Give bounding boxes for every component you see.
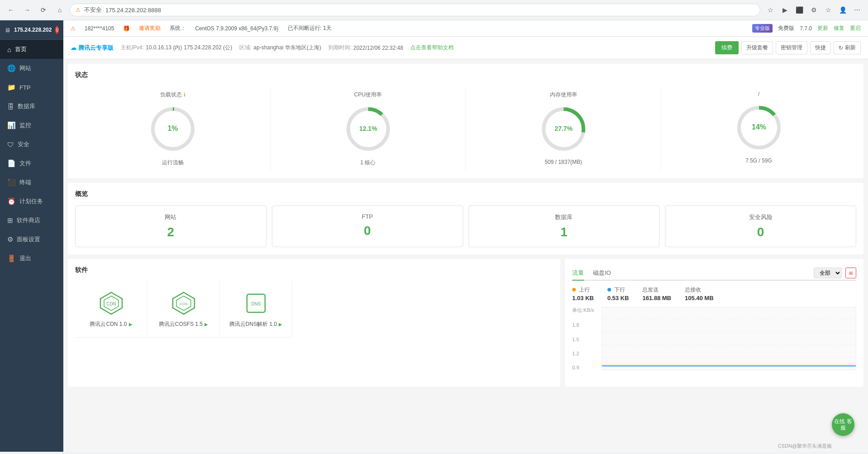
memory-gauge-svg: 27.7% bbox=[539, 104, 588, 155]
address-text: 175.24.228.202:8888 bbox=[105, 7, 161, 14]
sidebar-home-label: 首页 bbox=[15, 45, 27, 53]
overview-ftp-card[interactable]: FTP 0 bbox=[272, 205, 463, 247]
account-button[interactable]: 👤 bbox=[836, 4, 849, 16]
sidebar-item-terminal[interactable]: ⬛ 终端 bbox=[0, 173, 63, 192]
sidebar-item-security[interactable]: 🛡 安全 bbox=[0, 135, 63, 154]
profile-button[interactable]: ⚙ bbox=[807, 4, 820, 16]
cosfs-arrow: ▶ bbox=[204, 322, 208, 327]
sidebar-item-file[interactable]: 📄 文件 bbox=[0, 154, 63, 173]
load-gauge: 负载状态 ℹ 1% 运行流畅 bbox=[75, 86, 270, 171]
load-gauge-svg: 1% bbox=[148, 104, 198, 155]
extension-button[interactable]: ⬛ bbox=[793, 4, 806, 16]
brand-name: 腾讯云专享版 bbox=[78, 44, 114, 52]
expiry-label: 到期时间: bbox=[328, 44, 351, 52]
software-item-cosfs[interactable]: COS 腾讯云COSFS 1.5 ▶ bbox=[147, 282, 220, 338]
sidebar-database-label: 数据库 bbox=[18, 102, 35, 110]
cpu-sub: 1 核心 bbox=[360, 159, 375, 167]
total-send-label: 总发送 bbox=[642, 287, 659, 293]
download-label-row: 下行 bbox=[607, 286, 629, 294]
terminal-icon: ⬛ bbox=[7, 178, 16, 186]
server-info-bar: ☁ 腾讯云专享版 主机IPv4: 10.0.16.13 (内) 175.24.2… bbox=[63, 37, 868, 59]
monitor-icon: 📊 bbox=[7, 121, 16, 129]
back-button[interactable]: ← bbox=[5, 4, 17, 16]
warning-icon: ⚠ bbox=[71, 25, 76, 32]
sidebar-item-cron[interactable]: ⏰ 计划任务 bbox=[0, 192, 63, 211]
watermark: CSDN@聚华尽头满是殇 bbox=[778, 443, 832, 449]
key-management-button[interactable]: 密钥管理 bbox=[776, 41, 807, 54]
home-button[interactable]: ⌂ bbox=[53, 4, 66, 16]
chart-tab-traffic[interactable]: 流量 bbox=[572, 266, 584, 281]
chart-tabs: 流量 磁盘IO 全部 ⊞ bbox=[572, 266, 856, 281]
sidebar-item-logout[interactable]: 🚪 退出 bbox=[0, 249, 63, 268]
renew-button[interactable]: 续费 bbox=[715, 41, 739, 54]
star-button[interactable]: ☆ bbox=[764, 4, 777, 16]
sidebar-item-home[interactable]: ⌂ 首页 bbox=[0, 40, 63, 59]
refresh-icon: ↻ bbox=[839, 45, 843, 51]
upload-label: 上行 bbox=[579, 287, 590, 293]
online-service-button[interactable]: 在线 客服 bbox=[832, 413, 854, 436]
sidebar-monitor-icon: 🖥 bbox=[5, 27, 10, 33]
cdn-label: 腾讯云CDN 1.0 bbox=[90, 320, 127, 328]
menu-button[interactable]: ⋯ bbox=[851, 4, 863, 16]
quick-button[interactable]: 快捷 bbox=[810, 41, 831, 54]
bookmark-button[interactable]: ☆ bbox=[822, 4, 835, 16]
overview-section: 概览 网站 2 FTP 0 数据库 1 安全风险 0 bbox=[68, 183, 863, 254]
overview-ftp-value: 0 bbox=[280, 224, 455, 238]
overview-website-card[interactable]: 网站 2 bbox=[75, 205, 266, 247]
svg-text:CDN: CDN bbox=[106, 301, 116, 306]
address-bar[interactable]: ⚠ 不安全 175.24.228.202:8888 bbox=[70, 4, 760, 16]
dns-arrow: ▶ bbox=[279, 322, 282, 327]
overview-section-title: 概览 bbox=[75, 190, 856, 198]
help-link[interactable]: 点击查看帮助文档 bbox=[410, 44, 454, 52]
overview-security-card[interactable]: 安全风险 0 bbox=[665, 205, 856, 247]
download-value: 0.53 KB bbox=[607, 295, 629, 301]
cpu-gauge-svg: 12.1% bbox=[343, 104, 393, 155]
forward-button[interactable]: → bbox=[21, 4, 33, 16]
disk-label-text: / bbox=[758, 91, 759, 97]
memory-label-text: 内存使用率 bbox=[550, 91, 577, 99]
software-item-cdn[interactable]: CDN 腾讯云CDN 1.0 ▶ bbox=[75, 282, 147, 338]
cpu-gauge: CPU使用率 12.1% 1 核心 bbox=[270, 86, 466, 171]
status-section-title: 状态 bbox=[75, 71, 856, 79]
load-sub: 运行流畅 bbox=[162, 159, 184, 167]
appstore-icon: ⊞ bbox=[7, 216, 13, 225]
internal-ip: 10.0.16.13 (内) bbox=[146, 44, 182, 52]
download-label: 下行 bbox=[614, 287, 625, 293]
logout-icon: 🚪 bbox=[7, 254, 16, 263]
pro-badge: 专业版 bbox=[752, 24, 773, 33]
disk-sub: 7.5G / 59G bbox=[745, 158, 772, 164]
sidebar-item-ftp[interactable]: 📁 FTP bbox=[0, 78, 63, 97]
sidebar-item-database[interactable]: 🗄 数据库 bbox=[0, 97, 63, 116]
download-dot bbox=[607, 288, 611, 292]
version-label: 7.7.0 bbox=[800, 25, 812, 32]
app-layout: 🖥 175.24.228.202 0 ⌂ 首页 🌐 网站 📁 FTP 🗄 数据库… bbox=[0, 20, 868, 452]
sidebar-item-website[interactable]: 🌐 网站 bbox=[0, 59, 63, 78]
software-item-dns[interactable]: DNS 腾讯云DNS解析 1.0 ▶ bbox=[220, 282, 292, 338]
invite-link[interactable]: 邀请奖励 bbox=[139, 24, 161, 32]
browser-actions: ☆ ▶ ⬛ ⚙ ☆ 👤 ⋯ bbox=[764, 4, 863, 16]
cosfs-icon: COS bbox=[171, 291, 196, 316]
chart-expand-button[interactable]: ⊞ bbox=[845, 268, 856, 278]
disk-gauge-svg: 14% bbox=[734, 103, 784, 154]
refresh-button[interactable]: ↻ 刷新 bbox=[834, 41, 861, 54]
play-button[interactable]: ▶ bbox=[778, 4, 791, 16]
repair-link[interactable]: 修复 bbox=[834, 24, 844, 32]
region-value: ap-shanghai 华东地区(上海) bbox=[254, 44, 321, 52]
sidebar-appstore-label: 软件商店 bbox=[17, 216, 40, 225]
chart-scope-select[interactable]: 全部 bbox=[814, 268, 842, 278]
overview-database-card[interactable]: 数据库 1 bbox=[469, 205, 660, 247]
sidebar-item-settings[interactable]: ⚙ 面板设置 bbox=[0, 230, 63, 249]
update-link[interactable]: 更新 bbox=[817, 24, 828, 32]
upgrade-button[interactable]: 升级套餐 bbox=[741, 41, 773, 54]
restart-link[interactable]: 重启 bbox=[850, 24, 861, 32]
browser-chrome: ← → ⟳ ⌂ ⚠ 不安全 175.24.228.202:8888 ☆ ▶ ⬛ … bbox=[0, 0, 868, 20]
chart-tab-actions: 全部 ⊞ bbox=[814, 268, 856, 278]
sidebar-item-monitor[interactable]: 📊 监控 bbox=[0, 116, 63, 135]
security-icon: 🛡 bbox=[7, 141, 14, 148]
insecure-label: 不安全 bbox=[84, 6, 102, 14]
chart-tab-diskio[interactable]: 磁盘IO bbox=[593, 266, 611, 281]
sidebar-item-appstore[interactable]: ⊞ 软件商店 bbox=[0, 211, 63, 230]
reload-button[interactable]: ⟳ bbox=[37, 4, 50, 16]
overview-row: 网站 2 FTP 0 数据库 1 安全风险 0 bbox=[75, 205, 856, 247]
overview-security-value: 0 bbox=[673, 225, 849, 239]
